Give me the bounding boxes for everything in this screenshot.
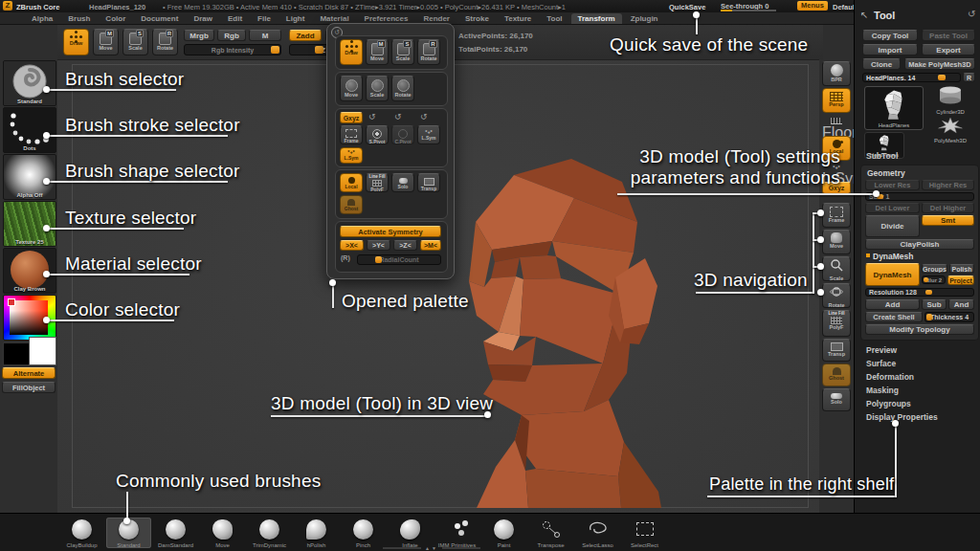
tray-claybuildup[interactable]: ClayBuildup: [59, 518, 104, 548]
sub-button[interactable]: Sub: [922, 299, 947, 310]
polish-button[interactable]: Polish: [949, 264, 974, 274]
tray-scroll-arrows[interactable]: ▲▼: [425, 545, 438, 551]
palette-scale-button[interactable]: S Scale: [391, 39, 414, 65]
transp-button[interactable]: Transp: [417, 173, 440, 192]
resolution-slider[interactable]: Resolution 128: [865, 288, 974, 297]
create-shell-button[interactable]: Create Shell: [865, 312, 923, 322]
tray-selectlasso[interactable]: SelectLasso: [575, 518, 620, 548]
section-deformation[interactable]: Deformation: [866, 372, 914, 382]
m-button[interactable]: M: [249, 30, 281, 41]
fillobject-button[interactable]: FillObject: [2, 382, 56, 393]
section-masking[interactable]: Masking: [866, 386, 899, 395]
ghost-button[interactable]: Ghost: [340, 195, 363, 214]
copy-tool-button[interactable]: Copy Tool: [862, 30, 918, 41]
import-button[interactable]: Import: [862, 44, 918, 55]
tray-hpolish[interactable]: hPolish: [294, 518, 339, 548]
mrgb-button[interactable]: Mrgb: [184, 30, 214, 41]
gizmo-scale-button[interactable]: Scale: [366, 76, 389, 101]
frame-button[interactable]: Frame: [340, 125, 363, 144]
blur-handle[interactable]: [924, 277, 928, 282]
section-polygroups[interactable]: Polygroups: [866, 399, 911, 408]
menu-render[interactable]: Render: [416, 13, 457, 24]
del-higher-button[interactable]: Del Higher: [922, 203, 974, 213]
lower-res-button[interactable]: Lower Res: [865, 180, 920, 190]
scale-mode-button[interactable]: S Scale: [122, 29, 148, 55]
menu-document[interactable]: Document: [134, 13, 185, 24]
shelf-solo-button[interactable]: Solo: [822, 388, 851, 411]
section-surface[interactable]: Surface: [866, 359, 896, 368]
subtool-section-header[interactable]: SubTool: [866, 151, 898, 161]
symmetry-z-button[interactable]: >Z<: [393, 240, 417, 251]
menu-stroke[interactable]: Stroke: [458, 13, 496, 24]
spivot-button[interactable]: S.Pivot: [366, 125, 389, 144]
local-button[interactable]: Local: [340, 173, 363, 192]
see-through-handle[interactable]: [721, 10, 732, 11]
del-lower-button[interactable]: Del Lower: [865, 203, 920, 213]
palette-rotate-button[interactable]: R Rotate: [417, 39, 440, 65]
export-button[interactable]: Export: [922, 44, 975, 55]
primary-color-swatch[interactable]: [29, 337, 56, 365]
rotate-mode-button[interactable]: R Rotate: [152, 29, 178, 55]
tray-transpose[interactable]: Transpose: [528, 518, 573, 548]
blur-slider[interactable]: Blur 2: [922, 276, 946, 284]
nav-rotate-button[interactable]: Rotate: [822, 283, 851, 308]
menu-color[interactable]: Color: [99, 13, 132, 24]
polyf-button[interactable]: Line Fill PolyF: [366, 173, 389, 192]
thickness-handle[interactable]: [926, 314, 932, 320]
higher-res-button[interactable]: Higher Res: [922, 180, 974, 190]
menu-transform[interactable]: Transform: [571, 13, 622, 24]
menu-preferences[interactable]: Preferences: [358, 13, 415, 24]
tray-paint[interactable]: Paint: [481, 518, 526, 548]
palette-draw-button[interactable]: Draw: [340, 39, 363, 65]
rgb-intensity-slider[interactable]: Rgb Intensity: [184, 44, 281, 55]
radial-count-handle[interactable]: [375, 256, 382, 263]
radial-count-slider[interactable]: RadialCount: [357, 254, 441, 265]
groups-button[interactable]: Groups: [922, 264, 947, 274]
menu-texture[interactable]: Texture: [498, 13, 538, 24]
tray-scrollbar[interactable]: [383, 547, 421, 549]
tool-name-slider[interactable]: HeadPlanes. 14: [862, 73, 961, 82]
activate-symmetry-button[interactable]: Activate Symmetry: [340, 226, 441, 237]
tool-slider-handle[interactable]: [938, 75, 946, 80]
tray-damstandard[interactable]: DamStandard: [153, 518, 198, 548]
tray-imm-primitives[interactable]: IMM Primitives: [434, 518, 479, 548]
nav-scale-button[interactable]: Scale: [822, 256, 851, 281]
menu-file[interactable]: File: [251, 13, 278, 24]
menu-edit[interactable]: Edit: [221, 13, 249, 24]
paste-tool-button[interactable]: Paste Tool: [922, 30, 975, 41]
picker-arrow-icon[interactable]: ↖: [860, 10, 868, 20]
menu-light[interactable]: Light: [279, 13, 312, 24]
tray-inflate[interactable]: Inflate: [388, 518, 433, 548]
palette-move-button[interactable]: M Move: [366, 39, 389, 65]
panel-cycle-icon[interactable]: ↺: [968, 9, 975, 19]
symmetry-y-button[interactable]: >Y<: [367, 240, 390, 251]
solo-button[interactable]: Solo: [391, 173, 414, 192]
cylinder3d-item[interactable]: Cylinder3D: [929, 86, 971, 115]
cpivot-button[interactable]: C.Pivot: [391, 125, 414, 144]
lsym-button[interactable]: *+* L.Sym: [417, 125, 440, 144]
gizmo-move-button[interactable]: Move: [340, 76, 363, 101]
section-display-properties[interactable]: Display Properties: [866, 412, 938, 422]
move-mode-button[interactable]: M Move: [93, 29, 119, 55]
geometry-header[interactable]: Geometry: [867, 168, 905, 178]
draw-mode-button[interactable]: Draw: [63, 29, 89, 55]
clone-button[interactable]: Clone: [862, 58, 901, 70]
resolution-handle[interactable]: [925, 290, 932, 295]
persp-button[interactable]: Persp: [822, 88, 851, 113]
z-intensity-handle[interactable]: [315, 46, 323, 54]
texture-selector-thumb[interactable]: Texture 25: [3, 201, 56, 247]
rgb-button[interactable]: Rgb: [217, 30, 246, 41]
shelf-ghost-button[interactable]: Ghost: [822, 364, 851, 386]
menu-zplugin[interactable]: Zplugin: [624, 13, 665, 24]
section-preview[interactable]: Preview: [866, 345, 897, 355]
shelf-frame-button[interactable]: Frame: [822, 203, 851, 228]
and-button[interactable]: And: [948, 299, 974, 310]
dynamesh-subheader[interactable]: DynaMesh: [873, 252, 914, 261]
alternate-button[interactable]: Alternate: [2, 367, 56, 379]
symmetry-x-button[interactable]: >X<: [340, 240, 364, 251]
claypolish-button[interactable]: ClayPolish: [865, 239, 974, 250]
tray-scrollbar[interactable]: [442, 547, 480, 549]
tray-move[interactable]: Move: [200, 518, 245, 548]
secondary-color-swatch[interactable]: [3, 342, 30, 365]
rotate-z-icon[interactable]: ↺: [420, 112, 428, 121]
